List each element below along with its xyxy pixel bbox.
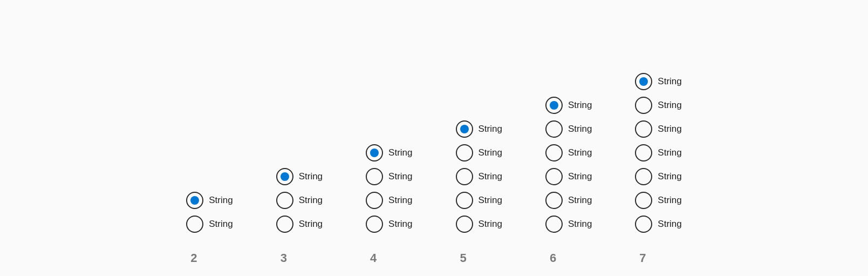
radio-group-column-7: StringStringStringStringStringStringStri… bbox=[635, 73, 681, 233]
radio-group: StringStringString bbox=[276, 168, 323, 233]
radio-button-icon bbox=[545, 120, 563, 138]
radio-option-label: String bbox=[658, 124, 681, 134]
radio-option[interactable]: String bbox=[545, 144, 592, 161]
radio-option[interactable]: String bbox=[186, 192, 233, 209]
radio-option[interactable]: String bbox=[186, 216, 233, 233]
column-count-label: 2 bbox=[190, 251, 197, 265]
radio-option[interactable]: String bbox=[456, 144, 502, 161]
radio-option[interactable]: String bbox=[635, 73, 681, 90]
radio-option-label: String bbox=[479, 171, 502, 182]
radio-option-label: String bbox=[479, 147, 502, 158]
radio-button-icon bbox=[635, 216, 652, 233]
radio-group: StringStringStringStringString bbox=[456, 120, 502, 233]
radio-option[interactable]: String bbox=[456, 216, 502, 233]
radio-button-selected-icon bbox=[276, 168, 293, 185]
radio-button-icon bbox=[545, 168, 563, 185]
radio-option-label: String bbox=[568, 195, 592, 206]
radio-button-icon bbox=[635, 168, 652, 185]
radio-option-label: String bbox=[568, 124, 592, 134]
radio-option-label: String bbox=[388, 195, 412, 206]
radio-button-icon bbox=[545, 216, 563, 233]
radio-option[interactable]: String bbox=[545, 192, 592, 209]
radio-option-label: String bbox=[658, 147, 681, 158]
radio-group-column-4: StringStringStringString4 bbox=[366, 144, 412, 233]
radio-button-icon bbox=[276, 216, 293, 233]
radio-option[interactable]: String bbox=[635, 144, 681, 161]
radio-button-selected-icon bbox=[635, 73, 652, 90]
radio-option[interactable]: String bbox=[366, 168, 412, 185]
radio-option[interactable]: String bbox=[456, 168, 502, 185]
radio-button-icon bbox=[545, 144, 563, 161]
radio-button-icon bbox=[186, 216, 203, 233]
radio-button-icon bbox=[276, 192, 293, 209]
radio-button-selected-icon bbox=[366, 144, 383, 161]
radio-option-label: String bbox=[299, 171, 323, 182]
radio-option[interactable]: String bbox=[635, 216, 681, 233]
radio-option[interactable]: String bbox=[366, 192, 412, 209]
radio-option-label: String bbox=[299, 195, 323, 206]
radio-button-icon bbox=[366, 168, 383, 185]
radio-option[interactable]: String bbox=[276, 192, 323, 209]
radio-option-label: String bbox=[568, 219, 592, 230]
radio-option[interactable]: String bbox=[635, 120, 681, 138]
radio-option-label: String bbox=[658, 171, 681, 182]
radio-button-icon bbox=[635, 97, 652, 114]
radio-group-column-3: StringStringString3 bbox=[276, 168, 323, 233]
radio-option-label: String bbox=[479, 195, 502, 206]
radio-option-label: String bbox=[479, 124, 502, 134]
radio-groups-container: StringString2StringStringString3StringSt… bbox=[186, 73, 682, 233]
radio-button-icon bbox=[635, 144, 652, 161]
radio-option-label: String bbox=[568, 147, 592, 158]
radio-option-label: String bbox=[388, 219, 412, 230]
radio-group: StringStringStringStringStringString bbox=[545, 97, 592, 233]
radio-option[interactable]: String bbox=[276, 168, 323, 185]
radio-option-label: String bbox=[658, 219, 681, 230]
radio-option[interactable]: String bbox=[635, 192, 681, 209]
radio-option[interactable]: String bbox=[635, 168, 681, 185]
radio-option[interactable]: String bbox=[276, 216, 323, 233]
radio-option-label: String bbox=[568, 171, 592, 182]
radio-group-column-5: StringStringStringStringString5 bbox=[456, 120, 502, 233]
radio-option[interactable]: String bbox=[635, 97, 681, 114]
radio-group-column-6: StringStringStringStringStringString6 bbox=[545, 97, 592, 233]
radio-option-label: String bbox=[479, 219, 502, 230]
radio-button-selected-icon bbox=[186, 192, 203, 209]
radio-group: StringString bbox=[186, 192, 233, 233]
radio-option[interactable]: String bbox=[545, 168, 592, 185]
radio-button-icon bbox=[456, 192, 473, 209]
radio-option-label: String bbox=[209, 219, 233, 230]
radio-option-label: String bbox=[209, 195, 233, 206]
radio-button-icon bbox=[635, 192, 652, 209]
radio-option[interactable]: String bbox=[366, 144, 412, 161]
column-count-label: 5 bbox=[460, 251, 467, 265]
radio-option[interactable]: String bbox=[545, 120, 592, 138]
radio-button-icon bbox=[366, 216, 383, 233]
radio-group-column-2: StringString2 bbox=[186, 192, 233, 233]
radio-option[interactable]: String bbox=[456, 120, 502, 138]
radio-option-label: String bbox=[658, 76, 681, 87]
column-count-label: 4 bbox=[370, 251, 377, 265]
radio-option-label: String bbox=[388, 171, 412, 182]
radio-button-icon bbox=[545, 192, 563, 209]
radio-button-selected-icon bbox=[545, 97, 563, 114]
column-count-label: 6 bbox=[550, 251, 556, 265]
radio-option[interactable]: String bbox=[545, 216, 592, 233]
radio-group: StringStringStringStringStringStringStri… bbox=[635, 73, 681, 233]
radio-button-icon bbox=[456, 168, 473, 185]
radio-option-label: String bbox=[568, 100, 592, 111]
radio-option-label: String bbox=[388, 147, 412, 158]
radio-option-label: String bbox=[299, 219, 323, 230]
radio-option-label: String bbox=[658, 195, 681, 206]
radio-button-selected-icon bbox=[456, 120, 473, 138]
radio-option[interactable]: String bbox=[456, 192, 502, 209]
radio-option[interactable]: String bbox=[545, 97, 592, 114]
radio-button-icon bbox=[635, 120, 652, 138]
column-count-label: 7 bbox=[639, 251, 646, 265]
radio-option-label: String bbox=[658, 100, 681, 111]
radio-button-icon bbox=[456, 144, 473, 161]
radio-button-icon bbox=[366, 192, 383, 209]
radio-group: StringStringStringString bbox=[366, 144, 412, 233]
radio-option[interactable]: String bbox=[366, 216, 412, 233]
radio-button-icon bbox=[456, 216, 473, 233]
column-count-label: 3 bbox=[281, 251, 287, 265]
